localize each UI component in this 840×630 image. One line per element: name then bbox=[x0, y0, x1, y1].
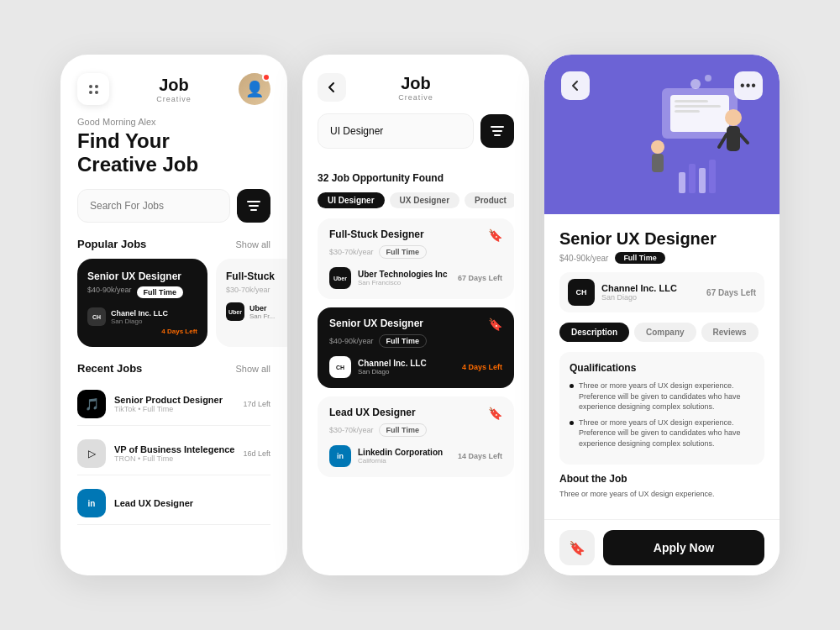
search-input[interactable] bbox=[77, 189, 230, 223]
popular-job-light-company: Uber bbox=[249, 304, 275, 312]
recent-jobs-header: Recent Jobs Show all bbox=[77, 362, 270, 375]
job-item-2-salary: $40-90k/year bbox=[329, 337, 374, 345]
recent-job-3[interactable]: in Lead UX Designer bbox=[77, 482, 270, 525]
popular-job-dark-company: Chanel Inc. LLC bbox=[111, 309, 168, 318]
save-job-button[interactable]: 🔖 bbox=[559, 530, 595, 565]
job-item-1-title: Full-Stuck Designer bbox=[329, 228, 424, 240]
svg-rect-14 bbox=[689, 164, 696, 193]
logo-job-text: Job bbox=[156, 76, 192, 95]
apply-bar: 🔖 Apply Now bbox=[544, 519, 780, 575]
popular-job-light-location: San Fr... bbox=[249, 312, 275, 320]
tab-company[interactable]: Company bbox=[634, 323, 696, 342]
bookmark-icon-3[interactable]: 🔖 bbox=[488, 407, 502, 420]
job-detail-company: CH Channel Inc. LLC San Diago 67 Days Le… bbox=[559, 272, 764, 312]
filter-tag-product[interactable]: Product bbox=[465, 192, 514, 208]
recent-job-1-days: 17d Left bbox=[243, 400, 270, 408]
card3-back-button[interactable] bbox=[561, 71, 590, 100]
menu-button[interactable] bbox=[77, 73, 109, 105]
tab-description[interactable]: Description bbox=[559, 323, 629, 342]
recent-job-2-sub: TRON • Full Time bbox=[114, 454, 234, 463]
recent-job-3-info: Lead UX Designer bbox=[114, 498, 270, 508]
filter-button[interactable] bbox=[237, 189, 270, 223]
tab-reviews[interactable]: Reviews bbox=[701, 323, 759, 342]
job-hero: ••• bbox=[544, 55, 780, 214]
recent-jobs-list: 🎵 Senior Product Designer TikTok • Full … bbox=[77, 383, 270, 525]
card1-header: Job Creative 👤 bbox=[77, 73, 270, 105]
popular-job-dark-location: San Diago bbox=[111, 318, 168, 325]
uber-logo: Uber bbox=[226, 302, 244, 321]
job-item-3[interactable]: Lead UX Designer 🔖 $30-70k/year Full Tim… bbox=[318, 396, 514, 477]
recent-show-all[interactable]: Show all bbox=[235, 364, 270, 374]
avatar[interactable]: 👤 bbox=[239, 73, 270, 105]
back-arrow-icon bbox=[325, 81, 339, 94]
svg-rect-3 bbox=[675, 105, 721, 108]
qualifications-section: Qualifications Three or more years of UX… bbox=[559, 352, 764, 465]
card2-filter-button[interactable] bbox=[480, 114, 514, 148]
svg-rect-4 bbox=[675, 110, 700, 113]
recent-jobs-title: Recent Jobs bbox=[77, 362, 142, 375]
filter-tag-ui-designer[interactable]: UI Designer bbox=[318, 192, 385, 208]
recent-job-1[interactable]: 🎵 Senior Product Designer TikTok • Full … bbox=[77, 383, 270, 426]
popular-job-dark-title: Senior UX Designer bbox=[87, 270, 197, 282]
card2-logo-job: Job bbox=[398, 74, 433, 93]
logo-creative-text: Creative bbox=[156, 95, 192, 103]
job-detail-meta: $40-90k/year Full Time bbox=[559, 252, 764, 264]
svg-rect-13 bbox=[679, 172, 685, 193]
recent-job-2-info: VP of Business Intelegence TRON • Full T… bbox=[114, 444, 234, 463]
job-detail-company-name: Channel Inc. LLC bbox=[601, 283, 677, 293]
popular-job-light-title: Full-Stuck bbox=[226, 270, 287, 282]
svg-rect-10 bbox=[652, 154, 664, 172]
notification-dot bbox=[262, 73, 270, 81]
filter-tag-ux-designer[interactable]: UX Designer bbox=[390, 192, 459, 208]
job-detail-salary: $40-90k/year bbox=[559, 254, 608, 263]
linkedin-logo-2: in bbox=[329, 445, 351, 467]
recent-job-2[interactable]: ▷ VP of Business Intelegence TRON • Full… bbox=[77, 433, 270, 475]
card3-more-button[interactable]: ••• bbox=[734, 71, 763, 100]
bookmark-icon-1[interactable]: 🔖 bbox=[488, 228, 502, 242]
recent-job-1-info: Senior Product Designer TikTok • Full Ti… bbox=[114, 395, 234, 413]
job-item-1-location: San Francisco bbox=[358, 279, 448, 286]
search-bar bbox=[77, 189, 270, 223]
recent-job-3-title: Lead UX Designer bbox=[114, 498, 270, 508]
main-title: Find Your Creative Job bbox=[77, 129, 270, 176]
recent-job-2-days: 16d Left bbox=[243, 449, 270, 458]
card2-logo: Job Creative bbox=[398, 74, 433, 102]
job-item-2-days: 4 Days Left bbox=[462, 363, 502, 371]
qualifications-title: Qualifications bbox=[570, 362, 754, 374]
popular-jobs-title: Popular Jobs bbox=[77, 238, 146, 250]
detail-tabs: Description Company Reviews bbox=[559, 323, 764, 342]
qual-dot-2 bbox=[570, 421, 574, 425]
logo: Job Creative bbox=[156, 76, 192, 103]
job-item-3-location: California bbox=[358, 457, 443, 465]
apply-now-button[interactable]: Apply Now bbox=[603, 530, 764, 565]
card3-back-arrow-icon bbox=[569, 79, 582, 92]
about-text: Three or more years of UX design experie… bbox=[559, 490, 764, 498]
svg-rect-2 bbox=[675, 100, 708, 102]
job-item-3-title: Lead UX Designer bbox=[329, 407, 416, 418]
job-item-2-badge: Full Time bbox=[379, 334, 427, 348]
card2-search-input[interactable] bbox=[318, 113, 474, 149]
greeting-text: Good Morning Alex bbox=[77, 117, 270, 127]
about-title: About the Job bbox=[559, 473, 764, 485]
card2-filter-icon bbox=[491, 126, 504, 136]
qual-text-2: Three or more years of UX design experie… bbox=[579, 417, 754, 449]
job-item-3-days: 14 Days Left bbox=[458, 452, 502, 460]
job-item-3-badge: Full Time bbox=[379, 423, 427, 437]
job-detail-title: Senior UX Designer bbox=[559, 229, 764, 249]
recent-job-1-sub: TikTok • Full Time bbox=[114, 405, 234, 413]
popular-job-dark[interactable]: Senior UX Designer $40-90k/year Full Tim… bbox=[77, 259, 207, 347]
svg-rect-15 bbox=[699, 168, 706, 193]
card-detail: ••• S bbox=[544, 55, 780, 575]
popular-show-all[interactable]: Show all bbox=[235, 239, 270, 249]
job-item-1[interactable]: Full-Stuck Designer 🔖 $30-70k/year Full … bbox=[318, 218, 514, 299]
popular-job-light[interactable]: Full-Stuck $30-70k/year Uber Uber San Fr… bbox=[216, 259, 287, 347]
qualification-item-2: Three or more years of UX design experie… bbox=[570, 417, 754, 449]
card2-back-button[interactable] bbox=[318, 73, 346, 102]
bookmark-icon-2[interactable]: 🔖 bbox=[488, 318, 502, 331]
more-dots-icon: ••• bbox=[740, 78, 757, 93]
popular-job-light-salary: $30-70k/year bbox=[226, 286, 287, 294]
job-item-2[interactable]: Senior UX Designer 🔖 $40-90k/year Full T… bbox=[318, 307, 514, 388]
linkedin-logo: in bbox=[77, 489, 106, 517]
job-item-1-days: 67 Days Left bbox=[458, 274, 502, 282]
svg-point-9 bbox=[651, 140, 664, 154]
